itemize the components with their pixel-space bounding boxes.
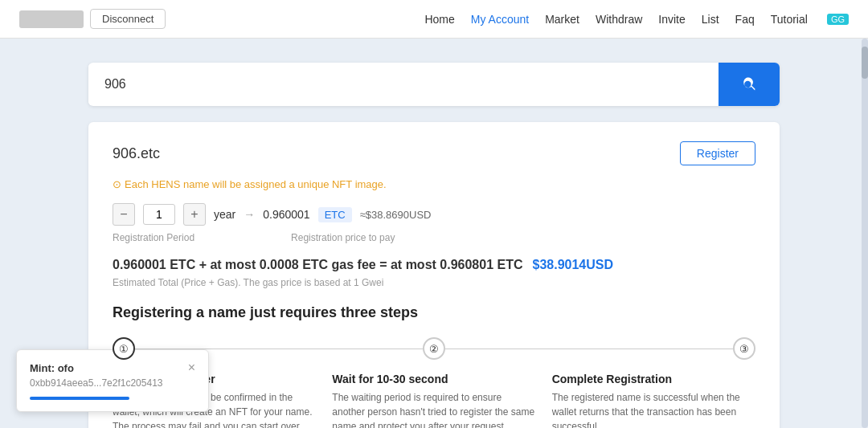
mint-progress-bar <box>30 397 129 400</box>
register-button[interactable]: Register <box>680 141 755 165</box>
card-header: 906.etc Register <box>113 141 755 165</box>
step-2-description: The waiting period is required to ensure… <box>332 390 535 428</box>
mint-widget: Mint: ofo × 0xbb914aeea5...7e2f1c205413 <box>16 349 209 412</box>
search-button[interactable] <box>719 63 780 106</box>
search-bar <box>88 63 780 106</box>
price-value: 0.960001 <box>263 208 309 221</box>
step-line-2 <box>445 349 733 349</box>
notice-text: Each HENS name will be assigned a unique… <box>125 178 387 190</box>
stepper-minus-button[interactable]: − <box>113 203 135 226</box>
step-3-description: The registered name is successful when t… <box>552 390 755 428</box>
nav-tutorial[interactable]: Tutorial <box>771 13 808 26</box>
mint-address: 0xbb914aeea5...7e2f1c205413 <box>30 377 195 389</box>
usd-approx: ≈$38.8690USD <box>360 209 432 221</box>
gas-note: Estimated Total (Price + Gas). The gas p… <box>113 277 755 288</box>
registration-period-row: − + year → 0.960001 ETC ≈$38.8690USD <box>113 203 755 226</box>
price-unit-badge: ETC <box>318 207 352 222</box>
nav-my-account[interactable]: My Account <box>471 13 529 26</box>
step-item-3: Complete Registration The registered nam… <box>552 373 755 428</box>
steps-content: Request to register A transaction needs … <box>113 373 755 428</box>
step-circle-3: ③ <box>733 337 755 360</box>
search-input[interactable] <box>88 64 719 104</box>
nav-faq[interactable]: Faq <box>735 13 755 26</box>
step-item-2: Wait for 10-30 second The waiting period… <box>332 373 535 428</box>
arrow-icon: → <box>244 208 255 221</box>
stepper-value-input[interactable] <box>143 204 175 225</box>
search-icon <box>741 76 757 92</box>
navbar: Disconnect Home My Account Market Withdr… <box>0 0 868 39</box>
notice-icon: ⊙ <box>113 178 121 190</box>
nav-invite[interactable]: Invite <box>658 13 685 26</box>
brand-logo <box>19 10 84 28</box>
disconnect-button[interactable]: Disconnect <box>90 9 166 29</box>
mint-header: Mint: ofo × <box>30 361 195 374</box>
nft-notice: ⊙ Each HENS name will be assigned a uniq… <box>113 178 755 190</box>
domain-name: 906.etc <box>113 145 160 162</box>
year-label: year <box>214 208 235 221</box>
scrollbar-thumb[interactable] <box>862 47 868 79</box>
total-usd: $38.9014USD <box>532 258 613 272</box>
step-circle-2: ② <box>423 337 445 360</box>
nav-withdraw[interactable]: Withdraw <box>596 13 642 26</box>
steps-title: Registering a name just requires three s… <box>113 304 755 321</box>
field-labels: Registration Period Registration price t… <box>113 232 755 243</box>
nav-list[interactable]: List <box>702 13 719 26</box>
label-period: Registration Period <box>113 232 194 243</box>
nav-links: Home My Account Market Withdraw Invite L… <box>424 13 849 26</box>
total-formula: 0.960001 ETC + at most 0.0008 ETC gas fe… <box>113 258 522 272</box>
scrollbar-track[interactable] <box>862 39 868 428</box>
total-row: 0.960001 ETC + at most 0.0008 ETC gas fe… <box>113 258 755 272</box>
step-3-title: Complete Registration <box>552 373 755 385</box>
nav-home[interactable]: Home <box>424 13 454 26</box>
step-2-title: Wait for 10-30 second <box>332 373 535 385</box>
steps-progress: ① ② ③ <box>113 337 755 360</box>
step-circle-1: ① <box>113 337 135 360</box>
nav-market[interactable]: Market <box>545 13 579 26</box>
mint-title: Mint: ofo <box>30 362 74 374</box>
nav-badge: GG <box>827 14 849 25</box>
brand-area: Disconnect <box>19 9 166 29</box>
label-price: Registration price to pay <box>291 232 395 243</box>
mint-close-button[interactable]: × <box>188 361 195 374</box>
stepper-plus-button[interactable]: + <box>183 203 206 226</box>
